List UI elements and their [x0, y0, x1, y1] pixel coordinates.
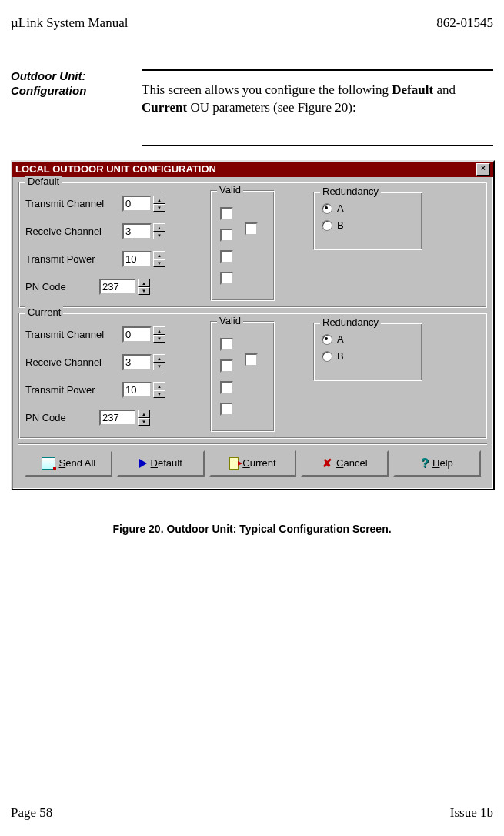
default-redundancy-b-label: B [337, 219, 344, 231]
group-default-legend: Default [25, 176, 62, 187]
default-pn-code-input[interactable] [99, 279, 136, 295]
current-pn-code-input[interactable] [99, 410, 136, 426]
current-tx-channel-spinner[interactable]: ▲▼ [122, 326, 165, 343]
current-redundancy-legend: Redundancy [320, 316, 381, 328]
send-all-text: end All [65, 457, 95, 469]
default-text: efault [158, 457, 182, 469]
default-valid-check-2[interactable] [220, 229, 233, 242]
config-dialog: LOCAL OUTDOOR UNIT CONFIGURATION × Defau… [11, 160, 495, 490]
current-pn-code-spinner[interactable]: ▲▼ [99, 410, 150, 426]
current-button[interactable]: Current [209, 450, 297, 477]
radio-icon[interactable] [322, 334, 332, 345]
default-rx-channel-spinner[interactable]: ▲▼ [122, 223, 165, 239]
close-button[interactable]: × [476, 163, 490, 176]
radio-icon[interactable] [322, 203, 332, 214]
side-title-line1: Outdoor Unit: [11, 69, 85, 82]
side-title-line2: Configuration [11, 84, 86, 97]
current-redundancy-a-row[interactable]: A [322, 331, 414, 348]
doc-title: µLink System Manual [11, 15, 128, 31]
default-redundancy-group: Redundancy A B [313, 192, 422, 250]
default-fields: Transmit Channel ▲▼ Receive Channel ▲▼ [25, 190, 202, 301]
current-tx-channel-input[interactable] [122, 326, 152, 343]
page-footer: Page 58 Issue 1b [11, 805, 493, 821]
spin-up-icon[interactable]: ▲ [138, 410, 150, 418]
spin-up-icon[interactable]: ▲ [153, 196, 165, 204]
cancel-button[interactable]: ✘ Cancel [301, 450, 389, 477]
default-rx-channel-input[interactable] [122, 223, 152, 239]
current-rx-channel-label: Receive Channel [25, 356, 118, 368]
current-redundancy-a-label: A [337, 333, 344, 345]
default-redundancy-a-label: A [337, 202, 344, 214]
default-valid-legend: Valid [217, 184, 243, 196]
default-valid-check-extra[interactable] [245, 222, 258, 236]
dialog-button-bar: Send All Default Current ✘ Cancel ? Help [18, 443, 487, 483]
group-current: Current Transmit Channel ▲▼ Receive Chan… [18, 313, 487, 439]
current-valid-check-3[interactable] [220, 381, 233, 394]
current-valid-legend: Valid [217, 315, 243, 326]
current-tx-power-spinner[interactable]: ▲▼ [122, 382, 165, 398]
current-redundancy-group: Redundancy A B [313, 323, 422, 381]
spin-up-icon[interactable]: ▲ [153, 326, 165, 335]
spin-down-icon[interactable]: ▼ [138, 287, 150, 296]
dialog-title: LOCAL OUTDOOR UNIT CONFIGURATION [15, 163, 216, 175]
current-redundancy-b-label: B [337, 350, 344, 362]
current-rx-channel-spinner[interactable]: ▲▼ [122, 354, 165, 370]
section-row: Outdoor Unit: Configuration This screen … [11, 69, 493, 146]
default-valid-check-1[interactable] [220, 207, 233, 220]
current-valid-check-extra[interactable] [245, 353, 258, 366]
default-valid-check-4[interactable] [220, 272, 233, 285]
current-valid-check-2[interactable] [220, 359, 233, 373]
default-redundancy-b-row[interactable]: B [322, 217, 414, 234]
current-tx-power-label: Transmit Power [25, 384, 118, 396]
figure-caption: Figure 20. Outdoor Unit: Typical Configu… [11, 523, 493, 535]
spin-down-icon[interactable]: ▼ [153, 232, 165, 240]
spin-down-icon[interactable]: ▼ [153, 363, 165, 371]
group-default: Default Transmit Channel ▲▼ Receive Chan… [18, 182, 487, 308]
default-redundancy-a-row[interactable]: A [322, 200, 414, 217]
spin-up-icon[interactable]: ▲ [153, 382, 165, 390]
default-rx-channel-label: Receive Channel [25, 226, 118, 237]
current-tx-power-input[interactable] [122, 382, 152, 398]
default-tx-channel-spinner[interactable]: ▲▼ [122, 196, 165, 212]
default-tx-power-spinner[interactable]: ▲▼ [122, 251, 165, 267]
help-question-icon: ? [421, 456, 429, 470]
help-button[interactable]: ? Help [393, 450, 481, 477]
spin-down-icon[interactable]: ▼ [153, 204, 165, 212]
default-pn-code-spinner[interactable]: ▲▼ [99, 279, 150, 295]
spin-down-icon[interactable]: ▼ [153, 335, 165, 343]
doc-number: 862-01545 [436, 15, 493, 31]
section-body: This screen allows you configure the fol… [142, 69, 493, 146]
current-valid-group: Valid [210, 321, 275, 432]
current-tx-channel-label: Transmit Channel [25, 329, 118, 340]
default-pn-code-label: PN Code [25, 281, 95, 293]
send-all-button[interactable]: Send All [25, 450, 112, 477]
default-button[interactable]: Default [117, 450, 205, 477]
outdoor-unit-side-title: Outdoor Unit: Configuration [11, 69, 126, 146]
default-accel: D [151, 457, 158, 469]
current-rx-channel-input[interactable] [122, 354, 152, 370]
current-redundancy-b-row[interactable]: B [322, 348, 414, 365]
current-valid-check-1[interactable] [220, 338, 233, 351]
spin-down-icon[interactable]: ▼ [153, 259, 165, 268]
spin-up-icon[interactable]: ▲ [153, 354, 165, 363]
send-all-icon [42, 457, 55, 470]
body-bold-current: Current [142, 100, 187, 115]
spin-down-icon[interactable]: ▼ [153, 390, 165, 399]
current-text: urrent [250, 457, 276, 469]
arrow-right-icon [139, 459, 147, 468]
radio-icon[interactable] [322, 351, 332, 362]
spin-up-icon[interactable]: ▲ [138, 279, 150, 287]
default-tx-power-input[interactable] [122, 251, 152, 267]
current-fields: Transmit Channel ▲▼ Receive Channel ▲▼ [25, 321, 202, 432]
radio-icon[interactable] [322, 220, 332, 231]
current-valid-check-4[interactable] [220, 403, 233, 416]
issue-number: Issue 1b [450, 805, 493, 821]
spin-up-icon[interactable]: ▲ [153, 223, 165, 232]
default-tx-channel-input[interactable] [122, 196, 152, 212]
spin-down-icon[interactable]: ▼ [138, 418, 150, 426]
default-redundancy-legend: Redundancy [320, 186, 381, 197]
send-all-accel: S [59, 457, 66, 469]
default-valid-check-3[interactable] [220, 250, 233, 263]
body-text-and: and [433, 82, 456, 97]
spin-up-icon[interactable]: ▲ [153, 251, 165, 259]
